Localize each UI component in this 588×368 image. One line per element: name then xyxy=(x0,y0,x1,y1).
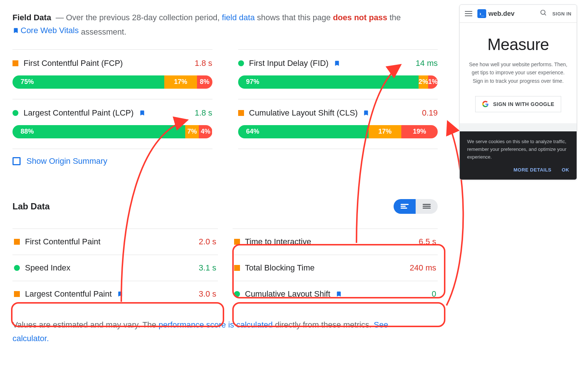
dist-bad: 4% xyxy=(199,125,212,138)
metric-fcp: First Contentful Paint (FCP) 1.8 s 75% 1… xyxy=(12,49,212,99)
device-preview: ›_ web.dev SIGN IN Measure See how well … xyxy=(459,4,577,180)
dist-good: 64% xyxy=(238,125,369,138)
dist-good: 75% xyxy=(12,75,164,89)
lab-si: Speed Index 3.1 s xyxy=(12,255,218,281)
metric-value: 1.8 s xyxy=(195,59,212,68)
dist-ok: 17% xyxy=(164,75,197,89)
metric-value: 14 ms xyxy=(416,59,438,68)
toggle-compact[interactable] xyxy=(416,199,438,214)
google-icon xyxy=(482,101,489,107)
bookmark-icon xyxy=(363,109,369,117)
intro-text: — Over the previous 28-day collection pe… xyxy=(55,13,222,22)
field-data-title: Field Data xyxy=(12,13,51,22)
origin-summary-label: Show Origin Summary xyxy=(26,156,107,166)
distribution-bar: 88% 7% 4% xyxy=(12,125,212,138)
square-icon xyxy=(238,110,244,116)
dist-bad: 19% xyxy=(401,125,438,138)
sign-in-google-button[interactable]: SIGN IN WITH GOOGLE xyxy=(475,96,562,112)
cwv-link[interactable]: Core Web Vitals xyxy=(12,24,79,37)
sign-in-link[interactable]: SIGN IN xyxy=(552,11,571,17)
intro-suffix: the xyxy=(387,13,401,22)
svg-point-0 xyxy=(541,10,545,15)
field-data-intro: Field Data — Over the previous 28-day co… xyxy=(12,11,438,38)
dist-ok: 7% xyxy=(185,125,199,138)
lab-metric-name: Cumulative Layout Shift xyxy=(245,289,330,299)
square-icon xyxy=(14,291,20,297)
bookmark-icon xyxy=(334,59,340,67)
lab-cls: Cumulative Layout Shift 0 xyxy=(233,281,438,307)
square-icon xyxy=(234,265,240,271)
distribution-bar: 97% 2% 1% xyxy=(238,75,438,89)
distribution-bar: 75% 17% 8% xyxy=(12,75,212,89)
view-toggle[interactable] xyxy=(394,199,438,214)
lab-metric-value: 0 xyxy=(432,289,436,299)
cookie-text: We serve cookies on this site to analyze… xyxy=(467,138,569,161)
square-icon xyxy=(234,239,240,245)
device-heading: Measure xyxy=(467,35,569,54)
cookie-ok-button[interactable]: OK xyxy=(562,166,570,174)
dist-good: 97% xyxy=(238,75,419,89)
bookmark-icon xyxy=(117,290,123,298)
fail-status: does not pass xyxy=(333,13,387,22)
lab-tbt: Total Blocking Time 240 ms xyxy=(233,255,438,281)
metric-cls: Cumulative Layout Shift (CLS) 0.19 64% 1… xyxy=(238,99,438,149)
webdev-logo[interactable]: ›_ web.dev xyxy=(477,9,535,18)
dist-good: 88% xyxy=(12,125,185,138)
svg-line-1 xyxy=(545,14,546,15)
menu-icon[interactable] xyxy=(465,10,472,18)
dist-ok: 17% xyxy=(369,125,401,138)
circle-icon xyxy=(234,291,240,297)
intro-mid: shows that this page xyxy=(255,13,333,22)
square-icon xyxy=(14,239,20,245)
bookmark-icon xyxy=(139,109,146,117)
circle-icon xyxy=(14,265,20,271)
device-description: See how well your website performs. Then… xyxy=(467,60,569,85)
field-data-link[interactable]: field data xyxy=(222,13,255,22)
more-details-link[interactable]: MORE DETAILS xyxy=(513,166,551,174)
lab-data-title: Lab Data xyxy=(12,201,394,212)
footer-note: Values are estimated and may vary. The p… xyxy=(12,318,395,346)
lab-metric-value: 3.0 s xyxy=(199,289,216,299)
metric-name: First Input Delay (FID) xyxy=(249,59,329,68)
distribution-bar: 64% 17% 19% xyxy=(238,125,438,138)
lab-metric-name: Speed Index xyxy=(25,263,71,273)
lab-metric-value: 2.0 s xyxy=(199,237,216,247)
google-button-label: SIGN IN WITH GOOGLE xyxy=(493,101,555,107)
lab-metric-name: Largest Contentful Paint xyxy=(25,289,112,299)
dist-bad: 1% xyxy=(428,75,438,89)
dist-bad: 8% xyxy=(197,75,212,89)
dist-ok: 2% xyxy=(419,75,428,89)
lab-fcp: First Contentful Paint 2.0 s xyxy=(12,229,218,255)
toggle-expanded[interactable] xyxy=(394,199,416,214)
lab-metric-name: First Contentful Paint xyxy=(25,237,100,247)
metric-name: First Contentful Paint (FCP) xyxy=(24,59,123,68)
circle-icon xyxy=(12,110,18,116)
bookmark-icon xyxy=(12,26,19,35)
circle-icon xyxy=(238,60,244,66)
lab-metric-value: 3.1 s xyxy=(199,263,216,273)
square-icon xyxy=(12,60,18,66)
metric-value: 0.19 xyxy=(422,108,438,118)
metric-fid: First Input Delay (FID) 14 ms 97% 2% 1% xyxy=(238,49,438,99)
assessment-suffix: assessment. xyxy=(79,27,126,36)
lab-metric-name: Total Blocking Time xyxy=(245,263,315,273)
perf-score-link[interactable]: performance score is calculated xyxy=(158,320,273,329)
lab-metric-value: 6.5 s xyxy=(419,237,436,247)
metric-value: 1.8 s xyxy=(195,108,212,118)
show-origin-summary[interactable]: Show Origin Summary xyxy=(12,149,212,173)
metric-name: Largest Contentful Paint (LCP) xyxy=(24,108,134,118)
metric-name: Cumulative Layout Shift (CLS) xyxy=(249,108,358,118)
lab-lcp: Largest Contentful Paint 3.0 s xyxy=(12,281,218,307)
lab-metric-value: 240 ms xyxy=(410,263,436,273)
bookmark-icon xyxy=(336,290,342,298)
metric-lcp: Largest Contentful Paint (LCP) 1.8 s 88%… xyxy=(12,99,212,149)
cookie-banner: We serve cookies on this site to analyze… xyxy=(460,131,577,180)
checkbox-icon[interactable] xyxy=(12,157,21,165)
search-icon[interactable] xyxy=(540,9,547,18)
lab-tti: Time to Interactive 6.5 s xyxy=(233,229,438,255)
lab-metric-name: Time to Interactive xyxy=(245,237,311,247)
